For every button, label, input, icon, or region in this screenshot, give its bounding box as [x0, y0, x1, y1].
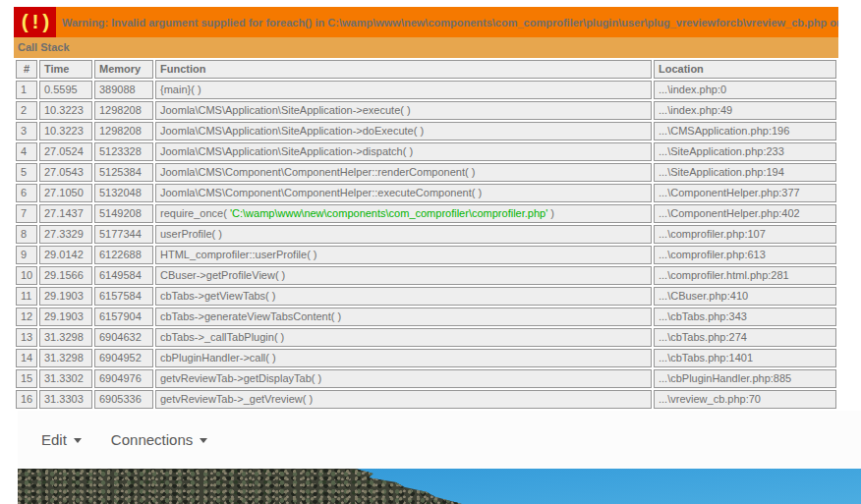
cell-time: 10.3223 — [39, 101, 92, 120]
function-text: userProfile( ) — [160, 228, 222, 240]
cell-time: 29.1566 — [39, 266, 92, 285]
function-text: getvReviewTab->getDisplayTab( ) — [160, 372, 321, 384]
menu-item-connections[interactable]: Connections — [111, 431, 207, 448]
cell-row-number: 7 — [16, 204, 37, 223]
menu-item-edit[interactable]: Edit — [41, 431, 82, 448]
cell-function: Joomla\CMS\Application\SiteApplication->… — [155, 101, 652, 120]
function-text: require_once( — [160, 207, 230, 219]
cell-location: ...\comprofiler.html.php:281 — [654, 266, 836, 285]
cell-row-number: 14 — [16, 349, 37, 367]
cell-memory: 5123328 — [94, 142, 153, 161]
cell-memory: 6905336 — [94, 390, 153, 409]
cell-location: ...\index.php:49 — [654, 101, 836, 120]
cell-memory: 6157904 — [94, 308, 153, 326]
cell-memory: 6904632 — [94, 328, 153, 347]
function-text: HTML_comprofiler::userProfile( ) — [160, 249, 317, 260]
cell-function: userProfile( ) — [155, 225, 652, 244]
cell-time: 27.3329 — [39, 225, 92, 244]
function-text: cbTabs->generateViewTabsContent( ) — [160, 310, 341, 322]
cell-memory: 6157584 — [94, 287, 153, 306]
mountain-image — [18, 469, 462, 504]
cell-memory: 1298208 — [94, 101, 153, 120]
cell-row-number: 4 — [16, 142, 37, 161]
function-text: getvReviewTab->_getVreview( ) — [160, 393, 313, 405]
cell-location: ...\ComponentHelper.php:377 — [654, 184, 836, 202]
cell-function: HTML_comprofiler::userProfile( ) — [155, 246, 652, 264]
cell-time: 27.1437 — [39, 204, 92, 223]
xdebug-error-box: ( ! ) Warning: Invalid argument supplied… — [14, 7, 838, 411]
table-row: 4 27.0524 5123328 Joomla\CMS\Application… — [16, 142, 836, 161]
cell-location: ...\cbPluginHandler.php:885 — [654, 369, 836, 388]
function-text-suffix: ) — [547, 207, 554, 219]
cell-memory: 6122688 — [94, 246, 153, 264]
cell-memory: 5177344 — [94, 225, 153, 244]
caret-down-icon — [74, 438, 82, 443]
cell-memory: 5125384 — [94, 163, 153, 182]
cell-time: 29.1903 — [39, 308, 92, 326]
cell-row-number: 13 — [16, 328, 37, 347]
cell-memory: 6149584 — [94, 266, 153, 285]
cell-location: ...\vreview_cb.php:70 — [654, 390, 836, 409]
warning-banner: ( ! ) Warning: Invalid argument supplied… — [14, 7, 838, 37]
cell-row-number: 6 — [16, 184, 37, 202]
cell-location: ...\CBuser.php:410 — [654, 287, 836, 306]
table-header-row: # Time Memory Function Location — [16, 60, 836, 79]
cell-memory: 6904976 — [94, 369, 153, 388]
cell-row-number: 12 — [16, 308, 37, 326]
table-row: 10 29.1566 6149584 CBuser->getProfileVie… — [16, 266, 836, 285]
cell-memory: 6904952 — [94, 349, 153, 367]
cell-row-number: 16 — [16, 390, 37, 409]
cell-memory: 5132048 — [94, 184, 153, 202]
cell-function: getvReviewTab->_getVreview( ) — [155, 390, 652, 409]
cell-time: 27.0524 — [39, 142, 92, 161]
column-header-function: Function — [155, 60, 652, 79]
cell-row-number: 3 — [16, 122, 37, 140]
cell-location: ...\CMSApplication.php:196 — [654, 122, 836, 140]
function-text: cbTabs->getViewTabs( ) — [160, 290, 276, 302]
cell-time: 31.3298 — [39, 328, 92, 347]
cell-function: cbTabs->getViewTabs( ) — [155, 287, 652, 306]
function-text: Joomla\CMS\Component\ComponentHelper::ex… — [160, 187, 482, 198]
cell-function: getvReviewTab->getDisplayTab( ) — [155, 369, 652, 388]
warning-message-text: Warning: Invalid argument supplied for f… — [62, 17, 838, 28]
table-row: 1 0.5595 389088 {main}( ) ...\index.php:… — [16, 81, 836, 99]
cell-location: ...\SiteApplication.php:194 — [654, 163, 836, 182]
cell-memory: 5149208 — [94, 204, 153, 223]
function-text: Joomla\CMS\Application\SiteApplication->… — [160, 145, 413, 157]
header-photo — [18, 469, 861, 504]
cell-function: Joomla\CMS\Application\SiteApplication->… — [155, 142, 652, 161]
warning-icon: ( ! ) — [14, 7, 56, 37]
cell-row-number: 11 — [16, 287, 37, 306]
page: ( ! ) Warning: Invalid argument supplied… — [0, 0, 861, 504]
column-header-memory: Memory — [94, 60, 153, 79]
cell-time: 27.1050 — [39, 184, 92, 202]
function-text: CBuser->getProfileView( ) — [160, 269, 285, 281]
cell-row-number: 15 — [16, 369, 37, 388]
caret-down-icon — [200, 438, 207, 443]
site-menu-bar: Edit Connections — [18, 411, 861, 469]
cell-location: ...\cbTabs.php:274 — [654, 328, 836, 347]
cell-time: 0.5595 — [39, 81, 92, 99]
cell-time: 27.0543 — [39, 163, 92, 182]
cell-location: ...\SiteApplication.php:233 — [654, 142, 836, 161]
function-text: Joomla\CMS\Application\SiteApplication->… — [160, 125, 424, 137]
function-text: Joomla\CMS\Application\SiteApplication->… — [160, 104, 411, 116]
cell-memory: 1298208 — [94, 122, 153, 140]
cell-row-number: 8 — [16, 225, 37, 244]
function-text: cbTabs->_callTabPlugin( ) — [160, 331, 284, 343]
cell-row-number: 2 — [16, 101, 37, 120]
menu-item-label: Edit — [41, 431, 67, 448]
call-stack-table: # Time Memory Function Location 1 0.5595… — [14, 58, 838, 411]
cell-time: 29.1903 — [39, 287, 92, 306]
cell-location: ...\comprofiler.php:613 — [654, 246, 836, 264]
cell-time: 29.0142 — [39, 246, 92, 264]
cell-location: ...\ComponentHelper.php:402 — [654, 204, 836, 223]
warning-message: Warning: Invalid argument supplied for f… — [62, 17, 838, 28]
function-text: Joomla\CMS\Component\ComponentHelper::re… — [160, 166, 475, 178]
table-row: 6 27.1050 5132048 Joomla\CMS\Component\C… — [16, 184, 836, 202]
column-header-time: Time — [39, 60, 92, 79]
function-path-highlight: 'C:\wamp\www\new\components\com_comprofi… — [230, 207, 547, 219]
cell-function: CBuser->getProfileView( ) — [155, 266, 652, 285]
column-header-location: Location — [654, 60, 836, 79]
table-row: 15 31.3302 6904976 getvReviewTab->getDis… — [16, 369, 836, 388]
